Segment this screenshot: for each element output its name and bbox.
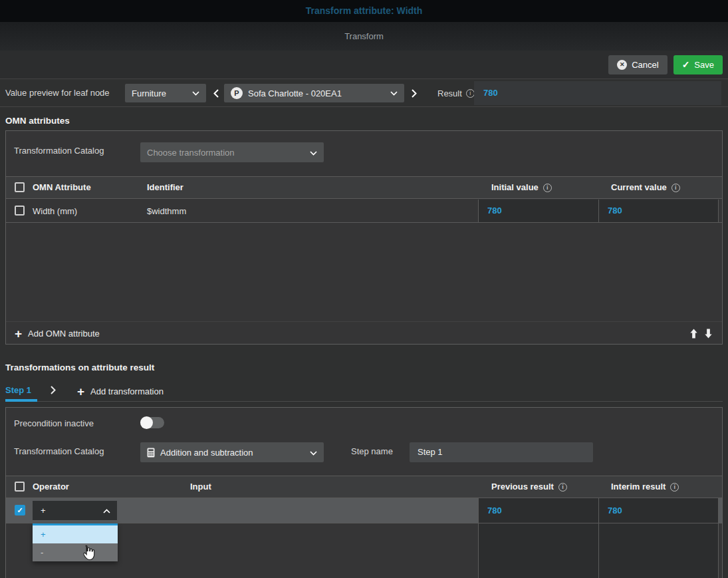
add-transformation-button[interactable]: + Add transformation [77,382,164,400]
step-table-header: Operator Input Previous result i Interim… [6,476,722,498]
category-select-value: Furniture [132,88,166,98]
info-icon[interactable]: i [558,483,567,492]
operator-dropdown-menu: + - [33,523,118,561]
step-chevron[interactable] [51,386,56,396]
cell-identifier: $widthmm [147,200,186,223]
operator-option-minus[interactable]: - [33,543,118,561]
add-omn-attribute-button[interactable]: + Add OMN attribute [15,322,100,345]
col-current-value-label: Current value [611,177,667,198]
empty-previous-result-cell [478,523,599,578]
col-interim-result: Interim result i [611,476,679,498]
previous-item-button[interactable] [209,84,223,102]
transformations-heading: Transformations on attribute result [5,362,154,372]
omn-panel: Transformation Catalog Choose transforma… [5,130,723,345]
cell-interim-result: 780 [599,498,719,523]
omn-catalog-select[interactable]: Choose transformation [140,142,324,162]
chevron-down-icon [310,148,317,158]
reorder-controls [689,322,713,345]
item-select[interactable]: P Sofa Charlotte - 020EA1 [224,84,404,102]
step-catalog-value: Addition and subtraction [160,448,253,458]
next-item-button[interactable] [407,84,422,102]
move-down-icon[interactable] [703,329,713,339]
result-label: Result [437,88,462,98]
backdrop-title: Transform attribute: Width [306,5,423,16]
category-select[interactable]: Furniture [125,84,206,102]
step-table-row-selected[interactable]: ✓ + 780 780 [6,498,722,523]
cell-current-value: 780 [599,200,719,222]
backdrop-title-bar: Transform attribute: Width [0,0,728,22]
row-checkbox-checked[interactable]: ✓ [15,505,25,515]
item-select-value: Sofa Charlotte - 020EA1 [248,88,342,98]
select-all-checkbox[interactable] [15,482,25,492]
step-catalog-label: Transformation Catalog [14,446,104,456]
step-panel: Precondition inactive Transformation Cat… [5,407,723,578]
chevron-down-icon [192,91,199,96]
cancel-button[interactable]: ✕ Cancel [608,55,667,74]
tab-step-1[interactable]: Step 1 [5,382,31,399]
omn-table-header: OMN Attribute Identifier Initial value i… [6,176,722,199]
col-omn-attribute: OMN Attribute [33,177,91,198]
chevron-up-icon [103,506,110,515]
cell-attribute: Width (mm) [33,200,77,223]
add-transformation-label: Add transformation [90,386,164,396]
info-icon[interactable]: i [543,184,552,192]
col-initial-value-label: Initial value [491,177,539,198]
product-badge-icon: P [231,87,243,99]
col-previous-result-label: Previous result [491,476,554,498]
result-value: 780 [474,81,721,105]
step-tabs: Step 1 + Add transformation [0,382,728,402]
toggle-knob [140,416,153,429]
cancel-label: Cancel [632,60,658,70]
check-icon: ✓ [682,59,690,70]
col-identifier: Identifier [147,177,183,198]
step-name-input[interactable]: Step 1 [410,442,593,462]
save-label: Save [694,60,714,70]
cell-previous-result: 780 [478,498,599,523]
mouse-cursor-hand-icon [80,544,95,563]
plus-icon: + [77,385,84,398]
omn-catalog-label: Transformation Catalog [14,146,104,156]
active-tab-underline [5,399,37,402]
col-interim-result-label: Interim result [611,476,666,498]
info-icon[interactable]: i [671,184,680,192]
preview-label: Value preview for leaf node [5,79,110,107]
operator-select-open[interactable]: + [33,501,117,520]
chevron-right-icon [51,386,56,394]
modal-header: Transform [0,22,728,51]
close-icon: ✕ [617,60,627,70]
save-button[interactable]: ✓ Save [673,55,723,74]
empty-interim-result-cell [599,523,719,578]
precondition-label: Precondition inactive [14,418,94,428]
transform-modal: Transform attribute: Width Transform ✕ C… [0,0,728,578]
move-up-icon[interactable] [689,329,699,339]
toolbar: ✕ Cancel ✓ Save [0,51,728,79]
chevron-down-icon [310,448,317,458]
add-omn-attribute-label: Add OMN attribute [28,329,100,339]
tab-baseline [37,401,723,402]
col-initial-value: Initial value i [491,177,552,198]
operator-option-plus[interactable]: + [33,525,118,543]
modal-title: Transform [344,31,384,41]
plus-icon: + [15,327,22,340]
step-name-label: Step name [351,446,393,456]
operator-select-value: + [41,506,46,515]
precondition-toggle[interactable] [140,417,164,428]
step-catalog-select[interactable]: Addition and subtraction [140,442,324,462]
row-checkbox[interactable] [15,206,25,216]
col-operator: Operator [33,476,69,498]
col-previous-result: Previous result i [491,476,567,498]
omn-table-row[interactable]: Width (mm) $widthmm 780 780 [6,200,722,223]
omn-catalog-placeholder: Choose transformation [147,148,235,158]
result-label-group: Result i [437,79,475,107]
chevron-right-icon [412,89,417,98]
select-all-checkbox[interactable] [15,182,25,192]
info-icon[interactable]: i [466,89,475,98]
col-current-value: Current value i [611,177,680,198]
value-preview-row: Value preview for leaf node Furniture P … [0,79,728,107]
chevron-left-icon [213,89,219,98]
col-input: Input [190,476,211,498]
omn-section-heading: OMN attributes [5,116,70,126]
omn-table-footer: + Add OMN attribute [6,321,722,345]
chevron-down-icon [390,91,398,96]
info-icon[interactable]: i [670,483,679,492]
